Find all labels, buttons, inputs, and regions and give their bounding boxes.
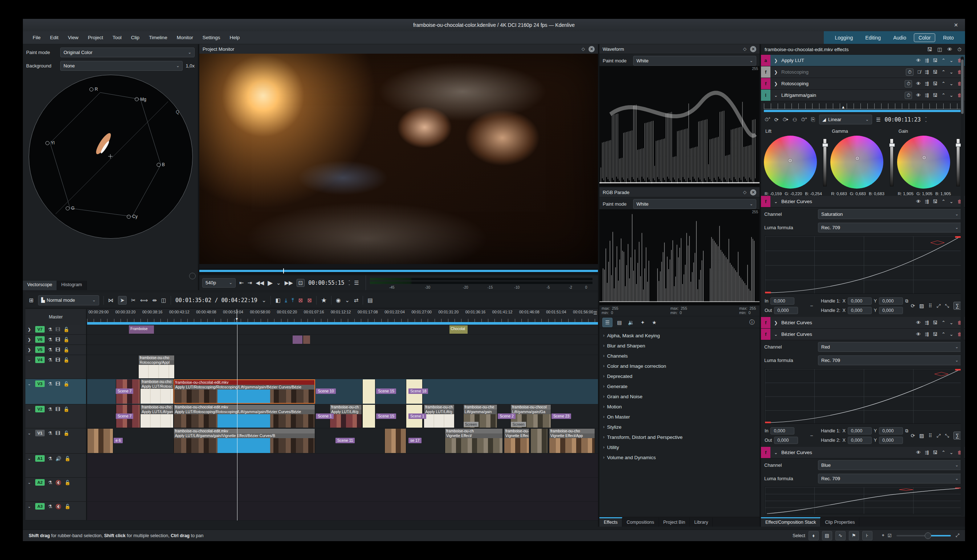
menu-project[interactable]: Project: [83, 31, 108, 44]
rewind-icon[interactable]: ◀◀: [256, 280, 264, 286]
in-value[interactable]: 0,000: [770, 427, 795, 435]
effects-wand-icon[interactable]: ⚗: [48, 381, 52, 387]
workspace-tab-editing[interactable]: Editing: [860, 33, 885, 42]
move-up-icon[interactable]: ⌃: [942, 92, 945, 98]
chevron-right-icon[interactable]: ❯: [28, 327, 32, 332]
eye-icon[interactable]: 👁: [916, 92, 921, 98]
effect-row-bezier-red[interactable]: f ⌄ Bézier Curves 👁⇶🖫⌃⌄🗑: [761, 328, 965, 340]
markers-toggle-icon[interactable]: ⚑: [849, 531, 859, 540]
chevron-right-icon[interactable]: ❯: [28, 337, 32, 342]
mixer-icon[interactable]: ◧: [275, 297, 280, 303]
timeline-zone-bar[interactable]: [87, 322, 598, 325]
tab-compositions[interactable]: Compositions: [622, 517, 659, 527]
add-keyframe-icon[interactable]: ⏱⁺: [765, 117, 770, 123]
monitor-video-frame[interactable]: [199, 54, 598, 264]
move-up-icon[interactable]: ⌃: [942, 69, 945, 75]
save-effect-icon[interactable]: 🖫: [933, 81, 937, 86]
film-icon[interactable]: 🎞: [55, 381, 60, 387]
effect-row-bezier-collapsed[interactable]: f ❯ Bézier Curves 👁⇶🖫⌃⌄🗑: [761, 317, 965, 328]
chevron-down-icon[interactable]: ⌄: [262, 297, 266, 303]
track-label[interactable]: V7: [35, 326, 45, 333]
show-all-effects-icon[interactable]: ☰: [602, 318, 612, 327]
handle1-x[interactable]: 0,000: [848, 297, 872, 305]
category-volume-and-dynamics[interactable]: ›Volume and Dynamics: [599, 452, 760, 462]
menu-tool[interactable]: Tool: [108, 31, 126, 44]
compare-icon[interactable]: ◫: [937, 47, 942, 52]
track-lane-v6[interactable]: [87, 335, 598, 345]
menu-edit[interactable]: Edit: [45, 31, 63, 44]
timeline-timecode[interactable]: 00:01:35:02 / 00:04:22:19: [176, 297, 258, 303]
track-lane-a3[interactable]: [87, 502, 598, 520]
speaker-icon[interactable]: 🔊: [55, 456, 61, 462]
timeline-clip[interactable]: framboise-ou-chocolLift/gamma/gain/GaScr…: [510, 405, 551, 428]
extract-zone-icon[interactable]: ⊠: [298, 297, 303, 303]
curve-mode-icon[interactable]: ∑: [954, 432, 961, 440]
lift-zone-icon[interactable]: ⊠: [307, 297, 312, 303]
move-up-icon[interactable]: ⌃: [942, 320, 945, 325]
lock-open-icon[interactable]: 🔓: [64, 357, 69, 363]
expand-icon[interactable]: ⤢: [937, 433, 941, 439]
workspace-tab-audio[interactable]: Audio: [888, 33, 911, 42]
scene-marker[interactable]: e 6: [114, 438, 123, 443]
tab-project-bin[interactable]: Project Bin: [659, 517, 690, 527]
track-label[interactable]: A3: [35, 503, 45, 510]
audio-effects-icon[interactable]: 🔉: [626, 318, 636, 327]
timecode-spinner[interactable]: ⌃⌄: [925, 117, 927, 122]
close-icon[interactable]: ✕: [750, 189, 756, 195]
effects-wand-icon[interactable]: ⚗: [48, 347, 52, 353]
effect-row-rotoscoping[interactable]: f ❯ Rotoscoping ⏱👁⇶🖫⌃⌄🗑: [761, 78, 965, 90]
duplicate-keyframe-icon[interactable]: ⏱°: [801, 117, 807, 123]
scene-marker[interactable]: Scene 10: [316, 388, 335, 394]
eye-icon[interactable]: 👁: [916, 199, 921, 204]
monitor-menu-icon[interactable]: ☰: [354, 280, 359, 286]
chevron-down-icon[interactable]: ⌄: [28, 504, 32, 509]
slip-tool-icon[interactable]: ⇹: [152, 297, 157, 303]
track-header-a1[interactable]: ⌄A1⚗🔊🔓: [25, 454, 86, 478]
timeline-clip[interactable]: Chocolat: [450, 325, 468, 334]
timeline-clip[interactable]: [293, 335, 303, 344]
in-value[interactable]: 0,000: [770, 297, 795, 305]
lock-open-icon[interactable]: 🔓: [64, 407, 69, 412]
film-icon[interactable]: 🎞: [55, 430, 60, 436]
move-down-icon[interactable]: ⌄: [949, 199, 954, 204]
workspace-tab-color[interactable]: Color: [914, 33, 935, 42]
timecode-spinner[interactable]: ⌃⌄: [348, 280, 351, 285]
chevron-down-icon[interactable]: ⌄: [28, 431, 32, 436]
gradient-icon[interactable]: ▨: [919, 303, 924, 308]
track-lane-a1[interactable]: [87, 454, 598, 477]
close-icon[interactable]: ✕: [750, 46, 756, 52]
effects-wand-icon[interactable]: ⚗: [48, 430, 52, 436]
waveform-paint-mode-select[interactable]: White⌄: [633, 56, 756, 66]
chevron-down-icon[interactable]: ⌄: [773, 450, 778, 455]
timeline-clip[interactable]: framboise-ou-chocolat-edit.mkvApply LUT/…: [174, 405, 315, 428]
save-effect-icon[interactable]: 🖫: [933, 58, 937, 63]
lock-open-icon[interactable]: 🔓: [65, 504, 70, 509]
float-icon[interactable]: ◇: [743, 47, 746, 52]
gamma-slider[interactable]: [890, 138, 893, 187]
effect-row-apply-lut[interactable]: a ❯ Apply LUT 👁⇶🖫⌃⌄🗑: [761, 55, 965, 67]
video-effects-icon[interactable]: ▤: [615, 318, 624, 327]
film-icon[interactable]: 🎞: [55, 357, 60, 363]
channel-select[interactable]: Saturation⌄: [818, 209, 962, 219]
resize-grip[interactable]: [189, 273, 196, 279]
scene-marker[interactable]: Scene 7: [116, 413, 134, 419]
track-label[interactable]: V2: [35, 406, 45, 412]
chevron-down-icon[interactable]: ⌄: [773, 332, 778, 337]
lock-open-icon[interactable]: 🔓: [64, 381, 69, 387]
mix-clips-icon[interactable]: ⋈: [108, 297, 114, 303]
close-icon[interactable]: ✕: [589, 46, 595, 52]
menu-view[interactable]: View: [63, 31, 83, 44]
effects-wand-icon[interactable]: ⚗: [48, 327, 52, 332]
handle1-y[interactable]: 0,000: [879, 297, 903, 305]
move-up-icon[interactable]: ⌃: [942, 332, 945, 337]
tab-clip-properties[interactable]: Clip Properties: [821, 517, 859, 527]
lift-wheel[interactable]: Lift R: -0,159G: -0,220B: -0,254: [763, 128, 830, 196]
tab-effect-composition-stack[interactable]: Effect/Composition Stack: [761, 517, 821, 527]
eye-off-icon[interactable]: 👁̸: [917, 69, 921, 75]
lock-open-icon[interactable]: 🔓: [64, 337, 69, 342]
menu-monitor[interactable]: Monitor: [172, 31, 198, 44]
timeline-clip[interactable]: framboise-ou-choApply LUT/Lift/gan: [140, 405, 173, 428]
chevron-right-icon[interactable]: ❯: [773, 58, 778, 63]
chevron-right-icon[interactable]: ❯: [773, 81, 778, 86]
track-label[interactable]: V1: [35, 430, 45, 436]
